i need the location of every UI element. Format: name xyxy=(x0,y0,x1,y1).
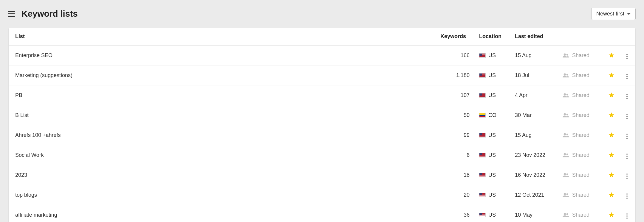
people-icon xyxy=(563,73,569,78)
row-menu-cell xyxy=(620,145,635,165)
table-row[interactable]: PB107US4 AprShared★ xyxy=(9,85,635,105)
shared-label: Shared xyxy=(572,192,589,198)
keywords-count: 36 xyxy=(436,205,474,222)
row-menu-cell xyxy=(620,125,635,145)
column-header-lastedited[interactable]: Last edited xyxy=(510,28,558,45)
keywords-count: 107 xyxy=(436,85,474,105)
keywords-count: 50 xyxy=(436,105,474,125)
kebab-menu-icon[interactable] xyxy=(625,192,629,200)
last-edited: 10 May xyxy=(510,205,558,222)
last-edited: 30 Mar xyxy=(510,105,558,125)
location-cell: US xyxy=(474,85,510,105)
star-icon[interactable]: ★ xyxy=(608,111,615,119)
list-name[interactable]: Enterprise SEO xyxy=(9,45,436,65)
shared-label: Shared xyxy=(572,132,589,138)
star-icon[interactable]: ★ xyxy=(608,91,615,99)
shared-label: Shared xyxy=(572,72,589,79)
people-icon xyxy=(563,173,569,177)
kebab-menu-icon[interactable] xyxy=(625,132,629,140)
star-cell: ★ xyxy=(603,65,620,85)
shared-cell: Shared xyxy=(558,185,603,205)
country-code: US xyxy=(488,212,496,218)
column-header-keywords[interactable]: Keywords xyxy=(436,28,474,45)
kebab-menu-icon[interactable] xyxy=(625,212,629,220)
row-menu-cell xyxy=(620,85,635,105)
people-icon xyxy=(563,93,569,98)
svg-point-9 xyxy=(566,134,568,135)
sort-button[interactable]: Newest first xyxy=(591,8,636,20)
last-edited: 16 Nov 2022 xyxy=(510,165,558,185)
location-cell: US xyxy=(474,45,510,65)
star-icon[interactable]: ★ xyxy=(608,51,615,59)
table-body: Enterprise SEO166US15 AugShared★Marketin… xyxy=(9,45,635,222)
star-cell: ★ xyxy=(603,45,620,65)
list-name[interactable]: 2023 xyxy=(9,165,436,185)
list-name[interactable]: affiliate marketing xyxy=(9,205,436,222)
header-left: Keyword lists xyxy=(8,9,78,19)
list-name[interactable]: Social Work xyxy=(9,145,436,165)
table-row[interactable]: 202318US16 Nov 2022Shared★ xyxy=(9,165,635,185)
keywords-count: 18 xyxy=(436,165,474,185)
row-menu-cell xyxy=(620,105,635,125)
table-row[interactable]: top blogs20US12 Oct 2021Shared★ xyxy=(9,185,635,205)
country-code: US xyxy=(488,72,496,78)
flag-icon xyxy=(479,133,486,137)
last-edited: 15 Aug xyxy=(510,125,558,145)
people-icon xyxy=(563,153,569,157)
star-icon[interactable]: ★ xyxy=(608,131,615,139)
kebab-menu-icon[interactable] xyxy=(625,53,629,60)
kebab-menu-icon[interactable] xyxy=(625,73,629,80)
star-cell: ★ xyxy=(603,165,620,185)
list-name[interactable]: B List xyxy=(9,105,436,125)
table-row[interactable]: Enterprise SEO166US15 AugShared★ xyxy=(9,45,635,65)
svg-point-10 xyxy=(564,153,566,155)
table-row[interactable]: affiliate marketing36US10 MayShared★ xyxy=(9,205,635,222)
star-icon[interactable]: ★ xyxy=(608,211,615,219)
country-code: US xyxy=(488,52,496,58)
kebab-menu-icon[interactable] xyxy=(625,152,629,160)
table-row[interactable]: B List50CO30 MarShared★ xyxy=(9,105,635,125)
kebab-menu-icon[interactable] xyxy=(625,112,629,120)
menu-icon[interactable] xyxy=(8,11,15,17)
shared-cell: Shared xyxy=(558,145,603,165)
table-head: List Keywords Location Last edited xyxy=(9,28,635,45)
keywords-count: 6 xyxy=(436,145,474,165)
list-name[interactable]: PB xyxy=(9,85,436,105)
star-cell: ★ xyxy=(603,85,620,105)
flag-icon xyxy=(479,193,486,197)
people-icon xyxy=(563,212,569,217)
star-icon[interactable]: ★ xyxy=(608,71,615,79)
country-code: US xyxy=(488,132,496,138)
list-name[interactable]: top blogs xyxy=(9,185,436,205)
last-edited: 15 Aug xyxy=(510,45,558,65)
flag-icon xyxy=(479,153,486,157)
page-header: Keyword lists Newest first xyxy=(0,0,644,28)
keywords-count: 1,180 xyxy=(436,65,474,85)
star-icon[interactable]: ★ xyxy=(608,151,615,159)
list-name[interactable]: Marketing (suggestions) xyxy=(9,65,436,85)
location-cell: CO xyxy=(474,105,510,125)
shared-label: Shared xyxy=(572,52,589,59)
kebab-menu-icon[interactable] xyxy=(625,93,629,100)
page-root: Keyword lists Newest first List Keywords… xyxy=(0,0,644,222)
country-code: US xyxy=(488,192,496,198)
column-header-list[interactable]: List xyxy=(9,28,436,45)
kebab-menu-icon[interactable] xyxy=(625,172,629,180)
star-icon[interactable]: ★ xyxy=(608,171,615,179)
table-row[interactable]: Marketing (suggestions)1,180US18 JulShar… xyxy=(9,65,635,85)
shared-label: Shared xyxy=(572,92,589,99)
svg-point-15 xyxy=(566,193,568,195)
svg-point-12 xyxy=(564,173,566,175)
flag-icon xyxy=(479,73,486,78)
column-header-location[interactable]: Location xyxy=(474,28,510,45)
flag-icon xyxy=(479,173,486,177)
country-code: US xyxy=(488,92,496,98)
column-header-shared xyxy=(558,28,603,45)
star-icon[interactable]: ★ xyxy=(608,191,615,199)
list-name[interactable]: Ahrefs 100 +ahrefs xyxy=(9,125,436,145)
row-menu-cell xyxy=(620,205,635,222)
table-row[interactable]: Social Work6US23 Nov 2022Shared★ xyxy=(9,145,635,165)
svg-point-11 xyxy=(566,154,568,155)
table-row[interactable]: Ahrefs 100 +ahrefs99US15 AugShared★ xyxy=(9,125,635,145)
last-edited: 23 Nov 2022 xyxy=(510,145,558,165)
